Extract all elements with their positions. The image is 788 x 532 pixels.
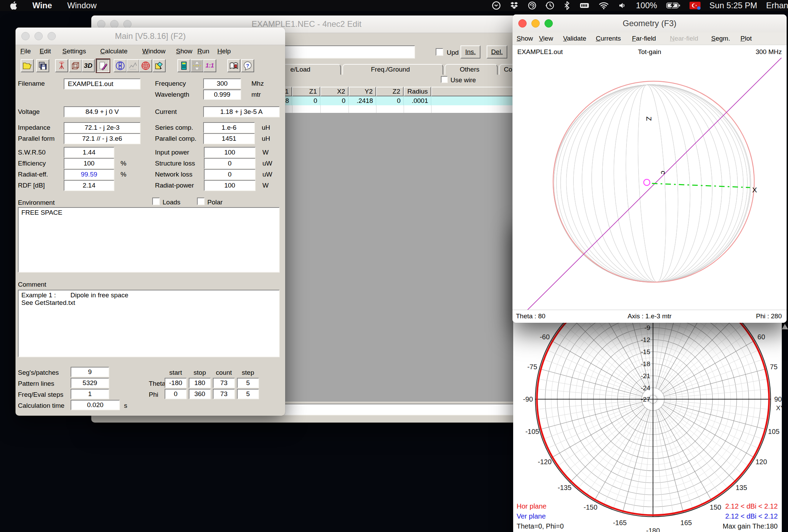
- menu-run[interactable]: Run: [197, 47, 209, 55]
- impedance-field[interactable]: 72.1 - j 2e-3: [64, 122, 141, 133]
- main-titlebar[interactable]: Main [V5.8.16] (F2): [15, 28, 285, 45]
- bluetooth-icon[interactable]: [563, 1, 570, 10]
- threed-view-button[interactable]: 3D: [82, 59, 95, 72]
- menu-calculate[interactable]: Calculate: [100, 47, 127, 55]
- swr-field[interactable]: 1.44: [64, 147, 114, 158]
- delete-row-button[interactable]: Del.: [487, 45, 507, 58]
- cell-z2[interactable]: 0: [376, 96, 404, 105]
- far-field-button[interactable]: [139, 59, 152, 72]
- pattern-lines-field[interactable]: 5329: [71, 378, 109, 388]
- menu-bar-clock[interactable]: Sun 5:25 PM: [709, 1, 757, 10]
- menu-view[interactable]: View: [539, 35, 553, 42]
- parallel-form-field[interactable]: 72.1 // - j 3.e6: [64, 133, 141, 144]
- menu-segm[interactable]: Segm.: [711, 35, 730, 42]
- edit-nec-button[interactable]: [96, 59, 110, 72]
- save-button[interactable]: [36, 59, 49, 72]
- battery-charging-icon[interactable]: [666, 1, 681, 10]
- theta-start-field[interactable]: -180: [165, 378, 187, 388]
- app-menu-wine[interactable]: Wine: [32, 1, 52, 10]
- menu-help[interactable]: Help: [217, 47, 231, 55]
- menu-validate[interactable]: Validate: [563, 35, 586, 42]
- spiral-app-icon[interactable]: [528, 1, 537, 10]
- radiat-eff-field[interactable]: 99.59: [64, 169, 114, 180]
- swap-button[interactable]: [190, 59, 204, 72]
- table-header-y2[interactable]: Y2: [349, 87, 376, 96]
- one-to-one-button[interactable]: 1:1: [203, 59, 216, 72]
- menu-plot[interactable]: Plot: [740, 35, 752, 42]
- input-source-turkish-flag-icon[interactable]: [690, 1, 701, 10]
- loads-checkbox[interactable]: [152, 198, 160, 205]
- calc-time-field[interactable]: 0.020: [71, 400, 120, 410]
- table-header-x2[interactable]: X2: [320, 87, 349, 96]
- freq-steps-field[interactable]: 1: [71, 389, 109, 399]
- volume-icon[interactable]: [618, 1, 627, 10]
- time-machine-icon[interactable]: [546, 1, 554, 10]
- environment-textarea[interactable]: FREE SPACE: [18, 207, 280, 273]
- cell-y2[interactable]: .2418: [349, 96, 376, 105]
- use-wire-checkbox[interactable]: [441, 76, 448, 83]
- phi-count-field[interactable]: 73: [213, 389, 235, 399]
- polar-checkbox[interactable]: [197, 198, 205, 205]
- theta-count-field[interactable]: 73: [213, 378, 235, 388]
- help-button[interactable]: ?: [241, 59, 254, 72]
- table-header-z1[interactable]: Z1: [292, 87, 320, 96]
- creative-cloud-icon[interactable]: [492, 1, 501, 10]
- filename-field[interactable]: EXAMPLE1.out: [64, 78, 141, 89]
- geometry-canvas[interactable]: Z c X: [512, 58, 787, 310]
- radiat-power-field[interactable]: 100: [204, 180, 256, 191]
- wavelength-field[interactable]: 0.999: [203, 89, 241, 100]
- menu-window[interactable]: Window: [142, 47, 166, 55]
- dropbox-icon[interactable]: [510, 1, 519, 10]
- cell-z1[interactable]: 0: [292, 96, 320, 105]
- theta-stop-field[interactable]: 180: [189, 378, 211, 388]
- legend-cut: Theta=0, Phi=0: [517, 522, 564, 530]
- reference-book-button[interactable]: [227, 59, 240, 72]
- network-loss-field[interactable]: 0: [204, 169, 256, 180]
- keyboard-viewer-icon[interactable]: [579, 1, 590, 10]
- geometry-box-button[interactable]: [69, 59, 82, 72]
- segments-button[interactable]: [114, 59, 127, 72]
- parallel-comp-field[interactable]: 1451: [203, 133, 255, 144]
- cell-radius[interactable]: .0001: [404, 96, 431, 105]
- menu-currents[interactable]: Currents: [596, 35, 621, 42]
- table-header-z2[interactable]: Z2: [376, 87, 404, 96]
- insert-row-button[interactable]: Ins.: [460, 45, 480, 58]
- wifi-icon[interactable]: [599, 1, 609, 10]
- series-comp-field[interactable]: 1.e-6: [203, 122, 255, 133]
- menu-file[interactable]: File: [20, 47, 31, 55]
- antenna-geometry-button[interactable]: [55, 59, 68, 72]
- cell-blank[interactable]: [431, 96, 522, 105]
- efficiency-field[interactable]: 100: [64, 158, 114, 169]
- sweep-header-count: count: [213, 369, 235, 376]
- line-chart-button[interactable]: [126, 59, 139, 72]
- menu-edit[interactable]: Edit: [40, 47, 51, 55]
- menu-far-field[interactable]: Far-field: [632, 35, 656, 42]
- phi-stop-field[interactable]: 360: [189, 389, 211, 399]
- open-file-button[interactable]: [21, 59, 34, 72]
- input-power-field[interactable]: 100: [204, 147, 256, 158]
- phi-step-field[interactable]: 5: [237, 389, 259, 399]
- segs-field[interactable]: 9: [71, 367, 109, 377]
- geometry-titlebar[interactable]: Geometry (F3): [512, 14, 787, 33]
- near-field-button[interactable]: [153, 59, 166, 72]
- menu-show[interactable]: Show: [176, 47, 193, 55]
- menu-settings[interactable]: Settings: [62, 47, 86, 55]
- phi-start-field[interactable]: 0: [165, 389, 187, 399]
- cell-x2[interactable]: 0: [320, 96, 349, 105]
- comment-textarea[interactable]: Example 1 : Dipole in free space See Get…: [18, 290, 280, 357]
- menu-window[interactable]: Window: [67, 1, 96, 10]
- calculate-button[interactable]: [177, 59, 190, 72]
- frequency-field[interactable]: 300: [203, 78, 241, 89]
- menu-show[interactable]: Show: [517, 35, 533, 42]
- table-header-radius[interactable]: Radius: [404, 87, 431, 96]
- apple-menu[interactable]: [10, 1, 17, 10]
- upd-checkbox[interactable]: [436, 48, 443, 56]
- geometry-window: Geometry (F3) Show View Validate Current…: [512, 14, 787, 323]
- polar-angle-label: -180: [646, 527, 660, 532]
- structure-loss-field[interactable]: 0: [204, 158, 256, 169]
- menu-bar-username[interactable]: Erhan I: [766, 1, 788, 10]
- rdf-field[interactable]: 2.14: [64, 180, 114, 191]
- current-field[interactable]: 1.18 + j 3e-5 A: [203, 106, 280, 117]
- voltage-field[interactable]: 84.9 + j 0 V: [64, 106, 141, 117]
- theta-step-field[interactable]: 5: [237, 378, 259, 388]
